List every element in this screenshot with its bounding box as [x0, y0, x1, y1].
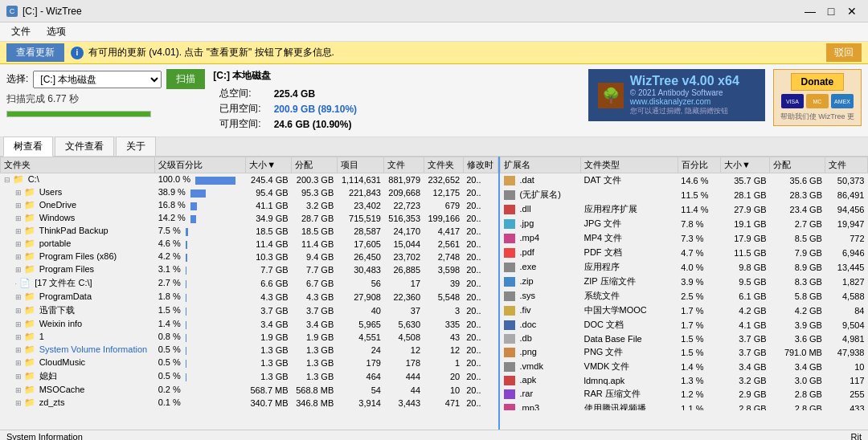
- expand-icon[interactable]: ⊞: [15, 386, 22, 394]
- cell-name: ⊞ 📁 portable: [1, 238, 155, 251]
- table-row[interactable]: ⊞ 📁 System Volume Information 0.5 % 1.3 …: [1, 344, 498, 356]
- table-row[interactable]: ⊞ 📁 Program Files 3.1 % 7.7 GB 7.7 GB 30…: [1, 263, 498, 276]
- col-size[interactable]: 大小▼: [246, 157, 292, 173]
- expand-icon[interactable]: ⊞: [15, 359, 22, 367]
- ext-col-ext[interactable]: 扩展名: [501, 157, 581, 173]
- ext-col-files[interactable]: 文件: [825, 157, 868, 173]
- list-item[interactable]: .pdf PDF 文档 4.7 % 11.5 GB 7.9 GB 6,946: [501, 246, 868, 260]
- col-items[interactable]: 项目: [337, 157, 384, 173]
- table-row[interactable]: ⊞ 📁 Windows 14.2 % 34.9 GB 28.7 GB 715,5…: [1, 212, 498, 225]
- col-modified[interactable]: 修改时: [463, 157, 497, 173]
- wiztree-brand: 🌳 WizTree v4.00 x64 © 2021 Antibody Soft…: [588, 69, 765, 121]
- expand-icon[interactable]: ⊞: [15, 293, 22, 301]
- donate-button[interactable]: Donate: [791, 73, 845, 91]
- ext-col-percent[interactable]: 百分比: [678, 157, 720, 173]
- expand-icon[interactable]: ⊞: [15, 333, 22, 341]
- tab-tree-view[interactable]: 树查看: [3, 136, 53, 157]
- file-table-scroll[interactable]: 文件夹 父级百分比 大小▼ 分配 项目 文件 文件夹 修改时 ⊟ 📁: [0, 157, 498, 410]
- table-row[interactable]: ⊞ 📁 Program Files (x86) 4.2 % 10.3 GB 9.…: [1, 251, 498, 263]
- menu-file[interactable]: 文件: [3, 23, 39, 40]
- table-row[interactable]: ⊞ 📁 portable 4.6 % 11.4 GB 11.4 GB 17,60…: [1, 238, 498, 251]
- drive-select[interactable]: [C:] 本地磁盘: [33, 71, 162, 88]
- table-row[interactable]: ⊞ 📁 OneDrive 16.8 % 41.1 GB 3.2 GB 23,40…: [1, 199, 498, 212]
- table-row[interactable]: ⊞ 📁 THS 0.1 % 237.2 MB 239.2 MB 1,597 1,…: [1, 409, 498, 411]
- col-files[interactable]: 文件: [384, 157, 424, 173]
- cell-ext: .jpg: [501, 217, 581, 231]
- table-row[interactable]: ⊞ 📁 ProgramData 1.8 % 4.3 GB 4.3 GB 27,9…: [1, 291, 498, 304]
- table-row[interactable]: ⊞ 📁 ThinkPad Backup 7.5 % 18.5 GB 18.5 G…: [1, 225, 498, 238]
- expand-icon[interactable]: ⊞: [15, 227, 22, 235]
- list-item[interactable]: .zip ZIP 压缩文件 3.9 % 9.5 GB 8.3 GB 1,827: [501, 275, 868, 289]
- check-update-button[interactable]: 查看更新: [6, 43, 64, 62]
- expand-icon[interactable]: ⊞: [15, 307, 22, 315]
- expand-icon[interactable]: ⊞: [15, 240, 22, 248]
- cell-percent: 0.5 %: [155, 356, 246, 369]
- expand-icon[interactable]: ⊞: [15, 320, 22, 328]
- table-row[interactable]: ⊞ 📁 Users 38.9 % 95.4 GB 95.3 GB 221,843…: [1, 186, 498, 199]
- ext-col-alloc[interactable]: 分配: [770, 157, 825, 173]
- list-item[interactable]: (无扩展名) 11.5 % 28.1 GB 28.3 GB 86,491: [501, 188, 868, 202]
- table-row[interactable]: ⊞ 📁 1 0.8 % 1.9 GB 1.9 GB 4,551 4,508 43…: [1, 331, 498, 344]
- cell-alloc: 4.2 GB: [770, 304, 825, 318]
- expand-icon[interactable]: ⊞: [15, 253, 22, 261]
- cell-percent: 38.9 %: [155, 186, 246, 199]
- list-item[interactable]: .jpg JPG 文件 7.8 % 19.1 GB 2.7 GB 19,947: [501, 217, 868, 231]
- expand-icon[interactable]: ·: [15, 279, 18, 287]
- table-row[interactable]: ⊞ 📁 Weixin info 1.4 % 3.4 GB 3.4 GB 5,96…: [1, 318, 498, 331]
- minimize-button[interactable]: —: [800, 3, 820, 19]
- close-button[interactable]: ✕: [842, 3, 862, 19]
- expand-icon[interactable]: ⊞: [15, 373, 22, 381]
- table-row[interactable]: ⊞ 📁 迅雷下载 1.5 % 3.7 GB 3.7 GB 40 37 3 20.…: [1, 304, 498, 318]
- table-row[interactable]: · 📄 [17 文件在 C:\] 2.7 % 6.6 GB 6.7 GB 56 …: [1, 276, 498, 291]
- table-row[interactable]: ⊞ 📁 媳妇 0.5 % 1.3 GB 1.3 GB 464 444 20 20…: [1, 369, 498, 384]
- expand-icon[interactable]: ⊞: [15, 266, 22, 274]
- row-name: portable: [39, 238, 72, 248]
- window-controls[interactable]: — □ ✕: [800, 3, 862, 19]
- dismiss-button[interactable]: 驳回: [826, 43, 862, 62]
- color-box: [504, 263, 515, 272]
- col-folder[interactable]: 文件夹: [1, 157, 155, 173]
- tab-about[interactable]: 关于: [116, 136, 156, 156]
- maximize-button[interactable]: □: [821, 3, 841, 19]
- cell-percent: 4.0 %: [678, 260, 720, 275]
- menu-options[interactable]: 选项: [39, 23, 74, 40]
- table-row[interactable]: ⊞ 📁 zd_zts 0.1 % 340.7 MB 346.8 MB 3,914…: [1, 397, 498, 409]
- list-item[interactable]: .png PNG 文件 1.5 % 3.7 GB 791.0 MB 47,938: [501, 345, 868, 360]
- table-row[interactable]: ⊞ 📁 CloudMusic 0.5 % 1.3 GB 1.3 GB 179 1…: [1, 356, 498, 369]
- list-item[interactable]: .mp4 MP4 文件 7.3 % 17.9 GB 8.5 GB 772: [501, 231, 868, 246]
- tab-file-view[interactable]: 文件查看: [55, 136, 114, 156]
- list-item[interactable]: .rar RAR 压缩文件 1.2 % 2.9 GB 2.8 GB 255: [501, 387, 868, 401]
- percent-bar: [186, 241, 188, 249]
- list-item[interactable]: .fiv 中国大学MOOC 1.7 % 4.2 GB 4.2 GB 84: [501, 304, 868, 318]
- expand-icon[interactable]: ⊞: [15, 399, 22, 407]
- ext-col-type[interactable]: 文件类型: [581, 157, 678, 173]
- table-row[interactable]: ⊞ 📁 MSOCache 0.2 % 568.7 MB 568.8 MB 54 …: [1, 384, 498, 397]
- list-item[interactable]: .sys 系统文件 2.5 % 6.1 GB 5.8 GB 4,588: [501, 289, 868, 304]
- list-item[interactable]: .apk ldmnq.apk 1.3 % 3.2 GB 3.0 GB 117: [501, 374, 868, 387]
- list-item[interactable]: .doc DOC 文档 1.7 % 4.1 GB 3.9 GB 9,504: [501, 318, 868, 332]
- expand-icon[interactable]: ⊟: [4, 176, 10, 184]
- brand-title: WizTree v4.00 x64: [630, 74, 739, 88]
- cell-folders: 12,175: [424, 186, 463, 199]
- expand-icon[interactable]: ⊞: [15, 202, 22, 210]
- ext-table-scroll[interactable]: 扩展名 文件类型 百分比 大小▼ 分配 文件 .dat DAT 文件 14.6 …: [500, 157, 868, 410]
- list-item[interactable]: .db Data Base File 1.5 % 3.7 GB 3.6 GB 4…: [501, 332, 868, 345]
- row-name: Weixin info: [39, 319, 83, 328]
- list-item[interactable]: .mp3 使用腾讯视频播 1.1 % 2.8 GB 2.8 GB 433: [501, 401, 868, 410]
- list-item[interactable]: .vmdk VMDK 文件 1.4 % 3.4 GB 3.4 GB 10: [501, 360, 868, 374]
- ext-col-size[interactable]: 大小▼: [721, 157, 770, 173]
- table-row[interactable]: ⊟ 📁 C:\ 100.0 % 245.4 GB 200.3 GB 1,114,…: [1, 173, 498, 186]
- list-item[interactable]: .exe 应用程序 4.0 % 9.8 GB 8.9 GB 13,445: [501, 260, 868, 275]
- cell-folders: 3,598: [424, 263, 463, 276]
- cell-files: 772: [825, 231, 868, 246]
- expand-icon[interactable]: ⊞: [15, 189, 22, 197]
- expand-icon[interactable]: ⊞: [15, 346, 22, 354]
- expand-icon[interactable]: ⊞: [15, 214, 22, 222]
- list-item[interactable]: .dat DAT 文件 14.6 % 35.7 GB 35.6 GB 50,37…: [501, 173, 868, 188]
- col-parent-percent[interactable]: 父级百分比: [155, 157, 246, 173]
- scan-button[interactable]: 扫描: [166, 69, 205, 89]
- free-value: 24.6 GB (10.90%): [268, 116, 363, 132]
- col-alloc[interactable]: 分配: [292, 157, 338, 173]
- col-folders[interactable]: 文件夹: [424, 157, 463, 173]
- list-item[interactable]: .dll 应用程序扩展 11.4 % 27.9 GB 23.4 GB 94,45…: [501, 202, 868, 217]
